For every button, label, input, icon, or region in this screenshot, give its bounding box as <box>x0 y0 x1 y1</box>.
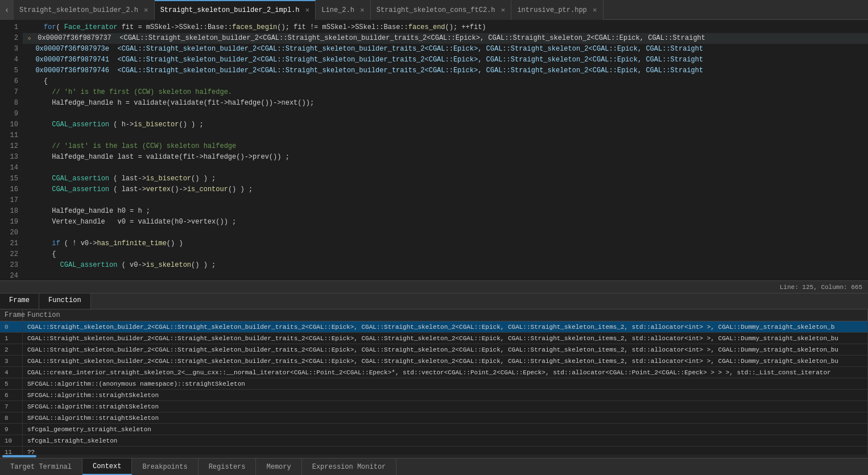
call-stack-row-5[interactable]: 5SFCGAL::algorithm::(anonymous namespace… <box>0 378 868 390</box>
call-stack-function-11: ?? <box>23 447 868 455</box>
line-number-10: 10 <box>5 119 18 130</box>
panel-header-frame[interactable]: Frame <box>0 294 39 309</box>
call-stack-row-3[interactable]: 3CGAL::Straight_skeleton_builder_2<CGAL:… <box>0 356 868 367</box>
code-text-1: for( Face_iterator fit = mSSkel->SSkel::… <box>27 23 486 31</box>
call-stack-frame-7: 7 <box>0 401 23 412</box>
call-stack-function-8: SFCGAL::algorithm::straightSkeleton <box>23 412 868 423</box>
call-stack-row-7[interactable]: 7SFCGAL::algorithm::straightSkeleton <box>0 401 868 412</box>
code-line-19: Vertex_handle v0 = validate(h0->vertex()… <box>23 217 868 228</box>
call-stack-function-3: CGAL::Straight_skeleton_builder_2<CGAL::… <box>23 356 868 366</box>
bottom-tab-5[interactable]: Expression Monitor <box>302 459 397 475</box>
tab-close-2[interactable]: × <box>360 6 365 15</box>
code-line-5: 0x00007f36f9879746 <CGAL::Straight_skele… <box>23 65 868 76</box>
code-line-13: Halfedge_handle last = validate(fit->hal… <box>23 152 868 163</box>
tab-3[interactable]: Straight_skeleton_cons_ftC2.h× <box>371 0 512 20</box>
tab-bar: ‹ Straight_skeleton_builder_2.h×Straight… <box>0 0 868 20</box>
line-number-19: 19 <box>5 217 18 228</box>
call-stack-row-2[interactable]: 2CGAL::Straight_skeleton_builder_2<CGAL:… <box>0 344 868 356</box>
call-stack-frame-5: 5 <box>0 378 23 389</box>
panel-header: Frame Function <box>0 294 868 309</box>
tab-0[interactable]: Straight_skeleton_builder_2.h× <box>14 0 155 20</box>
code-text-5: 0x00007f36f9879746 <CGAL::Straight_skele… <box>27 67 703 75</box>
line-number-24: 24 <box>5 271 18 280</box>
call-stack-row-11[interactable]: 11?? <box>0 447 868 455</box>
call-stack-frame-2: 2 <box>0 344 23 355</box>
tab-label-0: Straight_skeleton_builder_2.h <box>19 6 138 14</box>
call-stack-function-6: SFCGAL::algorithm::straightSkeleton <box>23 390 868 400</box>
code-line-4: 0x00007f36f9879741 <CGAL::Straight_skele… <box>23 55 868 65</box>
editor-area: 1234567891011121314151617181920212223242… <box>0 20 868 293</box>
call-stack-function-7: SFCGAL::algorithm::straightSkeleton <box>23 401 868 412</box>
call-stack-row-0[interactable]: 0CGAL::Straight_skeleton_builder_2<CGAL:… <box>0 321 868 333</box>
line-number-1: 1 <box>5 22 18 33</box>
tab-prev-button[interactable]: ‹ <box>0 0 14 20</box>
code-text-4: 0x00007f36f9879741 <CGAL::Straight_skele… <box>27 56 703 64</box>
code-text-7: // 'h' is the first (CCW) skeleton halfe… <box>27 88 232 96</box>
code-text-21: if ( ! v0->has_infinite_time() ) <box>27 239 183 247</box>
call-stack-row-4[interactable]: 4CGAL::create_interior_straight_skeleton… <box>0 367 868 378</box>
code-text-22: { <box>27 250 56 258</box>
call-stack-row-9[interactable]: 9sfcgal_geometry_straight_skeleton <box>0 424 868 435</box>
code-line-15: CGAL_assertion ( last->is_bisector() ) ; <box>23 174 868 184</box>
call-stack-table[interactable]: Frame Function 0CGAL::Straight_skeleton_… <box>0 309 868 455</box>
tab-close-3[interactable]: × <box>501 6 506 15</box>
code-line-9 <box>23 109 868 119</box>
panel-header-function[interactable]: Function <box>39 294 91 309</box>
call-stack-frame-1: 1 <box>0 333 23 344</box>
call-stack-frame-0: 0 <box>0 321 23 332</box>
line-number-18: 18 <box>5 206 18 217</box>
line-number-5: 5 <box>5 65 18 76</box>
bottom-tab-4[interactable]: Memory <box>256 459 301 475</box>
line-number-4: 4 <box>5 55 18 65</box>
line-number-17: 17 <box>5 195 18 206</box>
tab-close-4[interactable]: × <box>593 6 597 15</box>
code-text-6: { <box>27 77 48 85</box>
header-frame: Frame <box>0 309 23 321</box>
call-stack-body: 0CGAL::Straight_skeleton_builder_2<CGAL:… <box>0 321 868 455</box>
line-number-2: 2 <box>5 33 18 44</box>
bottom-tab-0[interactable]: Target Terminal <box>0 459 82 475</box>
line-number-13: 13 <box>5 152 18 163</box>
horizontal-scrollbar[interactable] <box>2 455 36 457</box>
code-line-16: CGAL_assertion ( last->vertex()->is_cont… <box>23 184 868 195</box>
bottom-tabs: Target TerminalContextBreakpointsRegiste… <box>0 458 868 475</box>
call-stack-frame-4: 4 <box>0 367 23 378</box>
tab-2[interactable]: Line_2.h× <box>316 0 370 20</box>
line-number-15: 15 <box>5 174 18 184</box>
bottom-tab-2[interactable]: Breakpoints <box>132 459 198 475</box>
tab-close-1[interactable]: × <box>305 6 310 15</box>
tab-close-0[interactable]: × <box>144 6 148 15</box>
tab-1[interactable]: Straight_skeleton_builder_2_impl.h× <box>155 0 316 20</box>
code-line-18: Halfedge_handle h0 = h ; <box>23 206 868 217</box>
code-text-19: Vertex_handle v0 = validate(h0->vertex()… <box>27 218 236 226</box>
code-line-1: for( Face_iterator fit = mSSkel->SSkel::… <box>23 22 868 33</box>
bottom-tab-3[interactable]: Registers <box>199 459 257 475</box>
tab-label-2: Line_2.h <box>321 6 354 14</box>
call-stack-function-1: CGAL::Straight_skeleton_builder_2<CGAL::… <box>23 333 868 344</box>
code-content[interactable]: for( Face_iterator fit = mSSkel->SSkel::… <box>23 20 868 280</box>
line-number-21: 21 <box>5 238 18 249</box>
code-line-22: { <box>23 249 868 260</box>
code-text-2: 0x00007f36f9879737 <CGAL::Straight_skele… <box>38 34 705 42</box>
line-number-3: 3 <box>5 44 18 55</box>
code-text-23: CGAL_assertion ( v0->is_skeleton() ) ; <box>27 261 216 269</box>
tab-label-1: Straight_skeleton_builder_2_impl.h <box>160 6 300 14</box>
call-stack-row-6[interactable]: 6SFCGAL::algorithm::straightSkeleton <box>0 390 868 401</box>
call-stack-function-2: CGAL::Straight_skeleton_builder_2<CGAL::… <box>23 344 868 355</box>
tab-label-3: Straight_skeleton_cons_ftC2.h <box>377 6 495 14</box>
code-container[interactable]: 1234567891011121314151617181920212223242… <box>0 20 868 280</box>
arrow-marker-2: ⬦ <box>27 33 35 44</box>
line-number-9: 9 <box>5 109 18 119</box>
line-number-6: 6 <box>5 76 18 87</box>
call-stack-frame-3: 3 <box>0 356 23 366</box>
call-stack-row-1[interactable]: 1CGAL::Straight_skeleton_builder_2<CGAL:… <box>0 333 868 344</box>
bottom-tab-1[interactable]: Context <box>82 459 132 475</box>
line-numbers: 1234567891011121314151617181920212223242… <box>0 20 23 280</box>
code-line-23: CGAL_assertion ( v0->is_skeleton() ) ; <box>23 260 868 271</box>
line-number-7: 7 <box>5 87 18 98</box>
tab-4[interactable]: intrusive_ptr.hpp× <box>511 0 603 20</box>
line-number-11: 11 <box>5 130 18 141</box>
call-stack-function-4: CGAL::create_interior_straight_skeleton_… <box>23 367 868 378</box>
call-stack-row-10[interactable]: 10sfcgal_straight_skeleton <box>0 435 868 447</box>
call-stack-row-8[interactable]: 8SFCGAL::algorithm::straightSkeleton <box>0 412 868 424</box>
